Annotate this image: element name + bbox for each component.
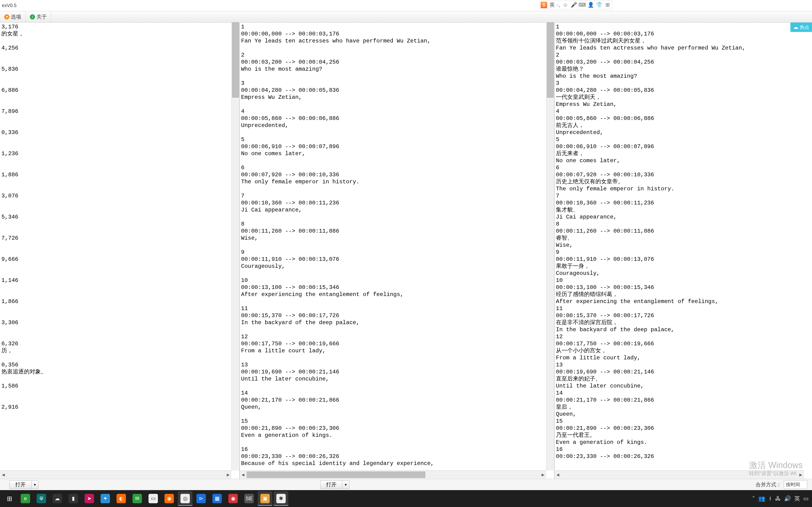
hscroll-left-icon[interactable]: ◀ [240,471,246,479]
pinwheel-icon: ✱ [276,494,286,503]
hscroll-right-icon[interactable]: ▶ [540,471,546,479]
open-button-left[interactable]: 打开 ▼ [9,481,39,489]
chrome-icon: ◎ [181,494,190,503]
toolbox-icon[interactable]: ⊞ [604,1,611,8]
panel-right: 1 00:00:00,000 --> 00:00:03,176 范爷领衔十位演绎… [555,22,812,479]
taskbar-app-current[interactable]: ✱ [274,491,288,506]
firefox-icon: ◐ [116,494,126,503]
panel-middle-vscrollbar[interactable] [546,22,554,470]
taskbar-app-cloud[interactable]: ☁ [50,491,65,506]
panel-middle: 1 00:00:00,000 --> 00:00:03,176 Fan Ye l… [240,22,555,479]
taskbar-app-browser[interactable]: e [18,491,33,506]
menu-options-label: 选项 [11,13,21,20]
blender-icon: ◉ [164,494,174,503]
taskbar-app-explorer[interactable]: ▣ [258,491,272,506]
sogou-logo-icon[interactable]: S [540,1,548,9]
open-button-middle[interactable]: 打开 ▼ [320,481,349,489]
vscode-icon: ⊳ [196,494,206,503]
hscroll-thumb[interactable] [247,471,425,478]
chevron-down-icon[interactable]: ▼ [31,481,38,489]
editor-panels: 3,176 的女星， 4,256 5,836 6,886 7,896 0,336… [0,22,812,479]
terminal-icon: ▮ [68,494,78,503]
taskbar-app-thunder[interactable]: ✦ [98,491,112,506]
merge-label: 合并方式： [756,481,781,488]
panel-left: 3,176 的女星， 4,256 5,836 6,886 7,896 0,336… [0,22,240,479]
taskbar-app-downloader[interactable]: ⟱ [34,491,49,506]
merge-controls: 合并方式： 按时间 [756,480,807,489]
taskbar-app-wechat[interactable]: ✉ [130,491,145,506]
vscroll-thumb[interactable] [232,22,239,98]
taskbar-app-editor[interactable]: ▦ [210,491,224,506]
tray-bluetooth-icon[interactable]: ᚼ [768,495,772,502]
merge-mode-value: 按时间 [786,482,800,487]
tray-ime-lang[interactable]: 英 [794,495,800,502]
panel-left-text: 3,176 的女星， 4,256 5,836 6,886 7,896 0,336… [0,22,240,412]
mic-icon[interactable]: 🎤 [570,1,577,8]
open-label: 打开 [320,481,342,488]
ime-punct[interactable]: ·, [557,2,560,8]
tray-volume-icon[interactable]: 🔊 [784,495,791,502]
hscroll-right-icon[interactable]: ▶ [225,471,232,479]
window-titlebar: exV0.5 S 英 ·, ☺ 🎤 ⌨ 👤 👕 ⊞ [0,0,812,11]
browser-icon: e [21,494,30,503]
hscroll-right-icon[interactable]: ▶ [798,471,804,479]
taskbar-app-vscode[interactable]: ⊳ [194,491,208,506]
panel-left-content[interactable]: 3,176 的女星， 4,256 5,836 6,886 7,896 0,336… [0,22,240,479]
merge-mode-select[interactable]: 按时间 [784,480,807,489]
tray-notification-icon[interactable]: ▭ [803,495,809,502]
panel-left-hscrollbar[interactable]: ◀ ▶ [0,470,232,479]
tray-chevron-icon[interactable]: ˄ [752,495,755,502]
taskview-icon: ⊞ [7,495,12,503]
panel-right-content[interactable]: 1 00:00:00,000 --> 00:00:03,176 范爷领衔十位演绎… [555,22,812,479]
bottom-toolbar: 打开 ▼ 打开 ▼ 合并方式： 按时间 [0,479,812,490]
tray-people-icon[interactable]: 👥 [758,495,765,502]
bird-icon: ✦ [101,494,110,503]
panel-left-vscrollbar[interactable] [232,22,240,470]
hscroll-left-icon[interactable]: ◀ [0,471,7,479]
taskbar-app-subedit[interactable]: SE [242,491,256,506]
open-label: 打开 [10,481,31,488]
emoji-icon[interactable]: ☺ [562,1,569,8]
panel-middle-hscrollbar[interactable]: ◀ ▶ [240,470,546,479]
folder-icon: ▣ [260,494,270,503]
panel-right-text: 1 00:00:00,000 --> 00:00:03,176 范爷领衔十位演绎… [555,22,812,461]
ime-lang[interactable]: 英 [549,1,555,8]
chevron-down-icon[interactable]: ▼ [342,481,349,489]
vscroll-thumb[interactable] [547,22,554,98]
download-icon: ⟱ [37,494,46,503]
info-icon: i [30,14,35,19]
panel-middle-text: 1 00:00:00,000 --> 00:00:03,176 Fan Ye l… [240,22,554,479]
document-icon: ▭ [149,494,158,503]
taskbar-app-notepad[interactable]: ▭ [146,491,160,506]
menubar: ✦ 选项 i 关于 [0,11,812,22]
subtitle-icon: SE [244,494,254,503]
hscroll-left-icon[interactable]: ◀ [555,471,561,479]
menu-options[interactable]: ✦ 选项 [0,11,26,22]
menu-about[interactable]: i 关于 [26,11,51,22]
taskbar-app-firefox[interactable]: ◐ [114,491,129,506]
keyboard-icon[interactable]: ⌨ [579,1,586,8]
taskbar-app-terminal[interactable]: ▮ [66,491,81,506]
taskbar-app-blender[interactable]: ◉ [162,491,176,506]
window-title: exV0.5 [2,3,16,8]
tray-network-icon[interactable]: 🖧 [775,495,781,502]
cursor-icon: ➤ [85,494,94,503]
panel-middle-content[interactable]: 1 00:00:00,000 --> 00:00:03,176 Fan Ye l… [240,22,554,479]
system-tray: ˄ 👥 ᚼ 🖧 🔊 英 ▭ [752,495,811,502]
user-icon[interactable]: 👤 [587,1,594,8]
skin-icon[interactable]: 👕 [596,1,603,8]
editor-icon: ▦ [212,494,222,503]
menu-about-label: 关于 [37,13,47,20]
panel-right-hscrollbar[interactable]: ◀ ▶ [555,470,804,479]
task-view-button[interactable]: ⊞ [2,491,17,506]
ime-toolbar: S 英 ·, ☺ 🎤 ⌨ 👤 👕 ⊞ [539,0,612,9]
cloud-app-icon: ☁ [53,494,62,503]
taskbar-app-media[interactable]: ◉ [226,491,240,506]
windows-taskbar: ⊞ e ⟱ ☁ ▮ ➤ ✦ ◐ ✉ ▭ ◉ ◎ ⊳ ▦ ◉ SE ▣ ✱ ˄ 👥… [0,490,812,507]
taskbar-app-chrome[interactable]: ◎ [178,491,192,506]
taskbar-app-cursor[interactable]: ➤ [82,491,97,506]
media-icon: ◉ [229,494,238,503]
gear-icon: ✦ [4,14,9,19]
wechat-icon: ✉ [133,494,142,503]
